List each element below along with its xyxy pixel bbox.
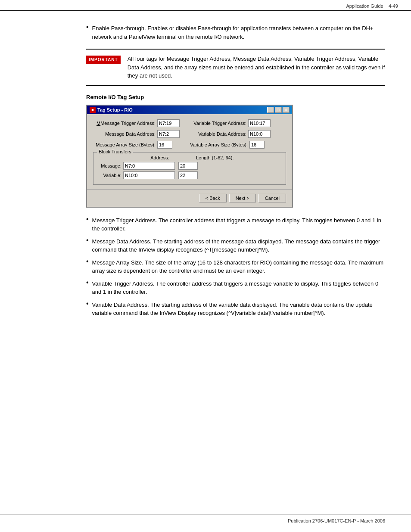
page-footer: Publication 2706-UM017C-EN-P - March 200… [0, 514, 411, 523]
var-trigger-input[interactable] [248, 119, 271, 127]
tag-setup-dialog: ■ Tag Setup - RIO ─ □ ✕ MMessage Trigger… [86, 105, 293, 208]
bt-variable-label: Variable: [98, 173, 121, 178]
important-box: IMPORTANT All four tags for Message Trig… [86, 49, 385, 86]
back-button[interactable]: < Back [199, 194, 227, 202]
msg-data-label: Message Data Address: [93, 131, 156, 137]
bullet-3: • Message Array Size. The size of the ar… [86, 258, 385, 275]
minimize-button[interactable]: ─ [267, 107, 274, 113]
msg-data-input[interactable] [157, 130, 180, 138]
dialog-body: MMessage Trigger Address: Variable Trigg… [87, 114, 292, 189]
var-data-label: Variable Data Address: [188, 131, 246, 137]
main-content: • Enable Pass-through. Enables or disabl… [0, 11, 411, 335]
var-trigger-label: Variable Trigger Address: [188, 121, 246, 126]
dialog-title-left: ■ Tag Setup - RIO [90, 107, 133, 113]
dialog-controls[interactable]: ─ □ ✕ [267, 107, 290, 113]
block-transfers-group: Block Transfers Address: Length (1-62, 6… [93, 152, 286, 185]
bullet-dot-5: • [86, 300, 89, 308]
var-array-input[interactable] [249, 141, 265, 149]
bullet-1: • Message Trigger Address. The controlle… [86, 216, 385, 233]
intro-bullet: • Enable Pass-through. Enables or disabl… [86, 24, 385, 41]
msg-array-input[interactable] [157, 141, 172, 149]
page-header: Application Guide 4-49 [0, 0, 411, 11]
var-array-label: Variable Array Size (Bytes): [181, 142, 248, 147]
bt-message-label: Message: [98, 163, 121, 168]
close-button[interactable]: ✕ [283, 107, 290, 113]
bt-variable-row: Variable: [98, 171, 281, 179]
var-data-input[interactable] [248, 130, 271, 138]
restore-button[interactable]: □ [275, 107, 282, 113]
important-label: IMPORTANT [86, 56, 121, 64]
section-heading: Remote I/O Tag Setup [86, 94, 385, 100]
dialog-wrapper: ■ Tag Setup - RIO ─ □ ✕ MMessage Trigger… [86, 105, 385, 208]
msg-array-label: Message Array Size (Bytes): [93, 142, 156, 147]
bt-header-length: Length (1-62, 64): [196, 155, 234, 160]
block-transfers-legend: Block Transfers [97, 149, 133, 154]
footer-text: Publication 2706-UM017C-EN-P - March 200… [288, 518, 385, 523]
bullets-section: • Message Trigger Address. The controlle… [86, 216, 385, 317]
bullet-text-5: Variable Data Address. The starting addr… [92, 301, 385, 317]
bt-variable-address[interactable] [123, 171, 175, 179]
dialog-title-text: Tag Setup - RIO [97, 107, 133, 112]
bullet-dot-4: • [86, 279, 89, 286]
dialog-app-icon: ■ [90, 107, 96, 113]
header-label: Application Guide 4-49 [346, 3, 399, 9]
dialog-footer: < Back Next > Cancel [87, 189, 292, 207]
bullet-4: • Variable Trigger Address. The controll… [86, 280, 385, 296]
bullet-2: • Message Data Address. The starting add… [86, 237, 385, 254]
bt-header-address: Address: [124, 155, 196, 160]
bullet-text-1: Message Trigger Address. The controller … [92, 216, 385, 233]
bullet-dot-1: • [86, 215, 89, 223]
bullet-text-4: Variable Trigger Address. The controller… [92, 280, 385, 296]
bullet-dot-2: • [86, 236, 89, 244]
dialog-titlebar: ■ Tag Setup - RIO ─ □ ✕ [87, 106, 292, 114]
bt-message-address[interactable] [123, 162, 175, 170]
bullet-dot-3: • [86, 258, 89, 265]
msg-trigger-input[interactable] [157, 119, 180, 127]
bt-message-row: Message: [98, 162, 281, 170]
cancel-button[interactable]: Cancel [258, 194, 286, 202]
msg-trigger-label: MMessage Trigger Address: [93, 121, 156, 126]
important-text: All four tags for Message Trigger Addres… [128, 55, 385, 80]
next-button[interactable]: Next > [229, 194, 256, 202]
bullet-5: • Variable Data Address. The starting ad… [86, 301, 385, 317]
bullet-text-2: Message Data Address. The starting addre… [92, 237, 385, 254]
bt-variable-length[interactable] [178, 171, 198, 179]
bullet-text-3: Message Array Size. The size of the arra… [92, 258, 385, 275]
intro-bullet-text: Enable Pass-through. Enables or disables… [92, 24, 385, 41]
bullet-dot: • [86, 23, 89, 31]
bt-message-length[interactable] [178, 162, 198, 170]
